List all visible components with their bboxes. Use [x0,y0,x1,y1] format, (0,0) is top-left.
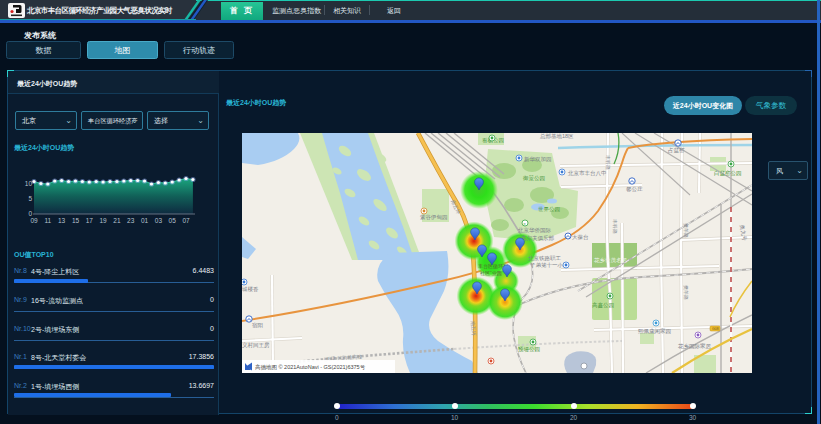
svg-text:预堤公园: 预堤公园 [518,346,540,353]
svg-text:御景公园: 御景公园 [522,175,545,182]
svg-text:11: 11 [44,217,51,224]
svg-text:世界公园: 世界公园 [538,206,560,213]
svg-text:紫谷伊甸园: 紫谷伊甸园 [420,214,448,221]
svg-text:高尔夫俱乐部: 高尔夫俱乐部 [521,235,555,242]
svg-text:樊羊路: 樊羊路 [683,285,690,300]
svg-text:07: 07 [182,217,190,224]
svg-text:23: 23 [127,217,135,224]
svg-text:馨公庄: 馨公庄 [626,186,643,192]
svg-text:北京华侨国际: 北京华侨国际 [517,227,552,234]
svg-text:17: 17 [86,217,94,224]
svg-text:21: 21 [113,217,121,224]
svg-text:大葆台: 大葆台 [572,234,589,240]
svg-text:白盆窑公园: 白盆窑公园 [714,170,742,177]
svg-text:城楼香: 城楼香 [242,286,259,293]
svg-text:13: 13 [58,217,66,224]
svg-text:05: 05 [169,217,177,224]
svg-text:丰科路: 丰科路 [605,155,612,170]
svg-text:03: 03 [155,217,163,224]
svg-text:15: 15 [72,217,80,224]
svg-text:高鑫公园: 高鑫公园 [592,302,614,309]
svg-text:G08: G08 [712,327,719,331]
svg-text:北京市丰台八中: 北京市丰台八中 [567,170,607,177]
svg-text:19: 19 [99,217,107,224]
svg-text:熙佩康闲家园: 熙佩康闲家园 [638,328,671,335]
svg-text:义村回王房: 义村回王房 [242,342,270,349]
svg-text:新华双加园: 新华双加园 [524,156,552,163]
svg-text:占盆窑: 占盆窑 [668,147,685,154]
svg-text:总部基地18区: 总部基地18区 [539,133,574,140]
svg-text:北京铁路职工: 北京铁路职工 [527,255,562,262]
svg-text:5: 5 [28,195,32,202]
svg-text:花乡世茂名居: 花乡世茂名居 [594,257,628,264]
svg-text:宿阳: 宿阳 [252,322,263,329]
svg-text:0: 0 [28,210,32,217]
svg-text:09: 09 [30,217,38,224]
svg-text:丰科路: 丰科路 [612,219,619,234]
svg-text:社区“业园: 社区“业园 [480,270,502,277]
svg-text:花乡国际家居: 花乡国际家居 [678,343,712,350]
svg-text:01: 01 [141,217,149,224]
svg-text:10: 10 [25,180,33,187]
svg-text:高德地图 © 2021AutoNavi - GS(2021): 高德地图 © 2021AutoNavi - GS(2021)6375号 [255,364,366,371]
svg-text:樊羊路: 樊羊路 [683,223,690,238]
